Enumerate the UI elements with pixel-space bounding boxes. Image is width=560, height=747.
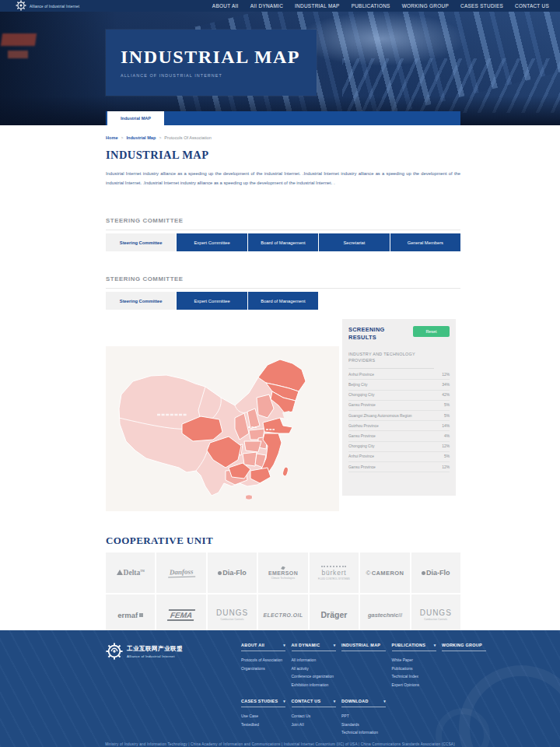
partner-logo-emerson[interactable]: EMERSONClimate Technologies xyxy=(258,552,307,593)
nav-item-about[interactable]: ABOUT AII xyxy=(212,3,239,9)
china-choropleth-map[interactable] xyxy=(106,346,339,511)
tab-expert-committee[interactable]: Expert Committee xyxy=(177,233,247,251)
footer-logo-chinese: 工业互联网产业联盟 xyxy=(127,645,183,653)
partner-logo-grid: DeltaTM Danfoss Dia-Flo EMERSONClimate T… xyxy=(106,552,460,635)
footer-link[interactable]: All activity xyxy=(292,666,342,671)
gear-logo-icon xyxy=(16,0,26,11)
screening-row[interactable]: Anhui Province12% xyxy=(348,370,450,380)
footer-col-header-download[interactable]: DOWNLOAD▾ xyxy=(341,699,386,707)
nav-item-working-group[interactable]: WORKING GROUP xyxy=(402,3,449,9)
nav-item-publications[interactable]: PUBLICATIONS xyxy=(352,3,390,9)
screening-row[interactable]: Beijing City34% xyxy=(348,380,450,390)
footer-link[interactable]: Technical Index xyxy=(392,674,443,679)
emerson-mark-icon xyxy=(281,566,285,570)
footer-link[interactable]: Expert Opinions xyxy=(392,682,443,687)
breadcrumb-section[interactable]: Industrial Map xyxy=(126,135,156,140)
tab-steering-committee[interactable]: Steering Committee xyxy=(106,233,176,251)
nav-item-contact[interactable]: CONTACT US xyxy=(515,3,549,9)
committee-tabs-2: Steering Committee Expert Committee Boar… xyxy=(106,292,460,310)
screening-list: Anhui Province12% Beijing City34% Chongq… xyxy=(348,370,450,472)
hero-photo-red-structure xyxy=(8,51,28,58)
partner-logo-danfoss[interactable]: Danfoss xyxy=(156,552,205,593)
section-title: STEERING COMMITTEE xyxy=(106,217,184,224)
screening-row[interactable]: Guangxi Zhuang Autonomous Region5% xyxy=(348,411,450,421)
partner-logo-gastechnic[interactable]: gastechnic/// xyxy=(360,594,409,635)
screening-row[interactable]: Gansu Province4% xyxy=(348,431,450,441)
screening-row[interactable]: Gansu Province12% xyxy=(348,462,450,472)
screening-row[interactable]: Gansu Province5% xyxy=(348,401,450,411)
partner-logo-ermaf[interactable]: ermaf xyxy=(106,594,155,635)
nav-item-industrial-map[interactable]: INDUSTRIAL MAP xyxy=(295,3,340,9)
partner-logo-fema[interactable]: FEMA xyxy=(156,594,205,635)
reset-button[interactable]: Reset xyxy=(413,326,450,337)
partner-logo-dungs[interactable]: DUNGSCombustion Controls xyxy=(411,594,460,635)
nav-item-cases-studies[interactable]: CASES STUDIES xyxy=(460,3,503,9)
site-logo[interactable]: Alliance of Industrial Internet xyxy=(16,0,79,11)
footer-link[interactable]: Protocols of Association xyxy=(241,658,292,662)
footer-link[interactable]: Organizations xyxy=(241,666,292,671)
footer-col-header-about[interactable]: ABOUT AII▾ xyxy=(241,643,285,651)
footer-link[interactable]: White Paper xyxy=(392,658,443,662)
main-content: Home > Industrial Map > Protocols Of Ass… xyxy=(106,125,460,635)
footer-logo[interactable]: 工业互联网产业联盟 Alliance of Industrial Interne… xyxy=(106,643,183,660)
footer-partners-line[interactable]: Ministry of Industry and Information Tec… xyxy=(0,742,560,746)
partner-logo-delta[interactable]: DeltaTM xyxy=(106,552,155,593)
footer-col-header-cases[interactable]: CASES STUDIES▾ xyxy=(241,699,285,707)
dot-icon xyxy=(422,571,425,575)
screening-row[interactable]: Chongqing City42% xyxy=(348,391,450,401)
tab-expert-committee[interactable]: Expert Committee xyxy=(177,292,247,310)
tab-board-of-management[interactable]: Board of Management xyxy=(248,233,318,251)
screening-row[interactable]: Anhui Province5% xyxy=(348,452,450,462)
partner-logo-cameron[interactable]: ©CAMERON xyxy=(360,552,409,593)
footer-link[interactable]: Use Case xyxy=(241,714,292,718)
footer-col-download: DOWNLOAD▾ PPT Standards Technical inform… xyxy=(341,699,392,735)
screening-row[interactable]: Chongqing City12% xyxy=(348,442,450,452)
partner-logo-electro-oil[interactable]: ELECTRO.OIL xyxy=(258,594,307,635)
breadcrumb-separator: > xyxy=(121,135,124,140)
hero-title-panel: INDUSTRIAL MAP ALLIANCE OF INDUSTRIAL IN… xyxy=(106,30,317,96)
hero-title: INDUSTRIAL MAP xyxy=(121,47,317,68)
footer-link[interactable]: Standards xyxy=(341,722,392,727)
footer-logo-english: Alliance of Industrial Internet xyxy=(127,654,183,658)
slashes-icon: /// xyxy=(398,612,402,619)
footer-col-header-publications[interactable]: PUBLICATIONS▾ xyxy=(392,643,436,651)
footer-col-header-industrial-map[interactable]: INDUSTRIAL MAP xyxy=(341,643,386,651)
footer-link[interactable]: Contact Us xyxy=(292,714,342,718)
tab-steering-committee[interactable]: Steering Committee xyxy=(106,292,176,310)
map-and-results-row: SCREENING RESULTS Reset INDUSTRY AND TEC… xyxy=(106,319,460,511)
province-value: 5% xyxy=(444,403,450,407)
screening-row[interactable]: Guizhou Province14% xyxy=(348,421,450,431)
footer-col-contact: CONTACT US▾ Contact Us Join AII xyxy=(292,699,342,735)
footer-link[interactable]: Conference organization xyxy=(292,674,342,679)
footer-col-header-contact[interactable]: CONTACT US▾ xyxy=(292,699,336,707)
screening-results-panel: SCREENING RESULTS Reset INDUSTRY AND TEC… xyxy=(342,319,456,496)
chevron-down-icon: ▾ xyxy=(283,643,285,647)
province-name: Gansu Province xyxy=(348,403,376,407)
partner-logo-burkert[interactable]: bürkertFLUID CONTROL SYSTEMS xyxy=(310,552,359,593)
footer-link[interactable]: Publications xyxy=(392,666,443,671)
partner-logo-drager[interactable]: Dräger xyxy=(310,594,359,635)
triangle-icon xyxy=(117,570,123,575)
partner-logo-diaflo[interactable]: Dia-Flo xyxy=(208,552,257,593)
footer-col-header-dynamic[interactable]: AII DYNAMIC▾ xyxy=(292,643,336,651)
footer-col-header-working-group[interactable]: WORKING GROUP xyxy=(442,643,486,651)
footer-link[interactable]: PPT xyxy=(341,714,392,718)
chevron-down-icon: ▾ xyxy=(383,699,386,703)
breadcrumb-home[interactable]: Home xyxy=(106,135,118,140)
footer-link[interactable]: Join AII xyxy=(292,722,342,727)
hero-tab-industrial-map[interactable]: Industrial MAP xyxy=(107,111,164,125)
footer-link[interactable]: Technical information xyxy=(341,730,392,735)
footer: 工业互联网产业联盟 Alliance of Industrial Interne… xyxy=(0,630,560,747)
province-value: 4% xyxy=(444,434,450,438)
tab-secretariat[interactable]: Secretariat xyxy=(319,233,389,251)
footer-col-publications: PUBLICATIONS▾ White Paper Publications T… xyxy=(392,643,443,687)
partner-logo-diaflo[interactable]: Dia-Flo xyxy=(411,552,460,593)
tab-general-members[interactable]: General Members xyxy=(390,233,460,251)
nav-item-dynamic[interactable]: AII DYNAMIC xyxy=(250,3,283,9)
footer-link[interactable]: Exhibition information xyxy=(292,682,342,687)
footer-link[interactable]: All information xyxy=(292,658,342,662)
tab-board-of-management[interactable]: Board of Management xyxy=(248,292,318,310)
partner-logo-dungs[interactable]: DUNGSCombustion Controls xyxy=(208,594,257,635)
screening-category: INDUSTRY AND TECHNOLOGY PROVIDERS xyxy=(348,351,434,369)
footer-link[interactable]: Testedbed xyxy=(241,722,292,727)
